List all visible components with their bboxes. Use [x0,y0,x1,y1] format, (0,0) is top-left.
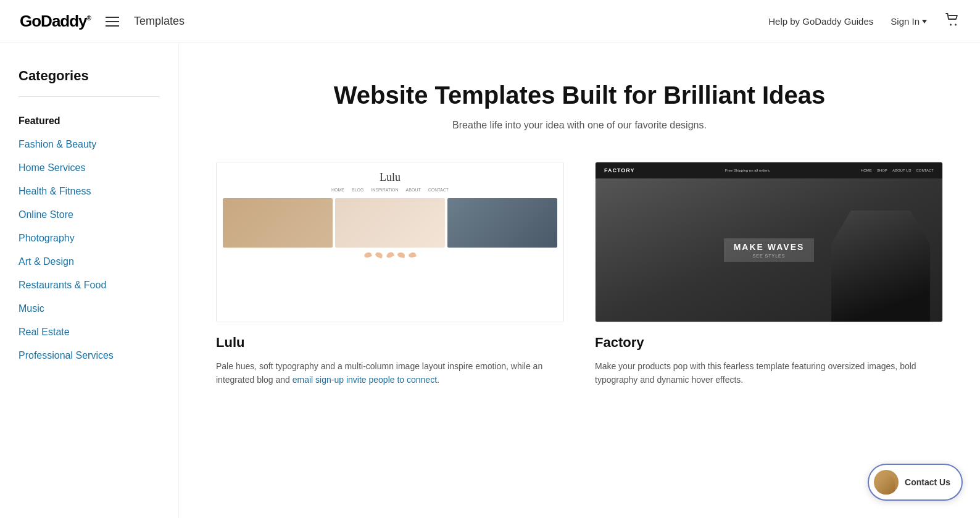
lulu-leaf-2 [375,251,383,259]
contact-avatar [874,470,899,495]
page-layout: Categories Featured Fashion & Beauty Hom… [0,43,980,518]
factory-mockup: FACTORY Free Shipping on all orders. HOM… [596,162,942,322]
chevron-down-icon [922,20,927,23]
lulu-mock-nav: HOMEBLOGINSPIRATIONABOUTCONTACT [331,188,449,192]
factory-cta-sub: SEE STYLES [734,254,805,258]
sidebar-item-health-fitness[interactable]: Health & Fitness [19,180,160,203]
sidebar-item-restaurants-food[interactable]: Restaurants & Food [19,274,160,297]
factory-thumbnail[interactable]: FACTORY Free Shipping on all orders. HOM… [595,162,943,322]
signin-label: Sign In [891,16,920,27]
hamburger-menu[interactable] [103,14,122,29]
lulu-template-name: Lulu [216,335,564,351]
contact-avatar-figure [878,475,895,495]
factory-header-bar: FACTORY Free Shipping on all orders. HOM… [596,162,942,178]
sidebar-item-music[interactable]: Music [19,297,160,320]
factory-template-desc: Make your products pop with this fearles… [595,359,943,387]
site-header: GoDaddy® Templates Help by GoDaddy Guide… [0,0,980,43]
sidebar-item-art-design[interactable]: Art & Design [19,250,160,274]
factory-mock-logo: FACTORY [604,167,635,173]
sidebar-item-real-estate[interactable]: Real Estate [19,320,160,344]
lulu-leaf-3 [386,251,394,259]
lulu-img-3 [447,198,557,248]
factory-template-name: Factory [595,335,943,351]
lulu-leaf-5 [408,252,417,259]
svg-point-0 [950,24,952,26]
lulu-leaf-4 [397,252,405,258]
lulu-img-1 [223,198,333,248]
sidebar: Categories Featured Fashion & Beauty Hom… [0,43,179,518]
factory-mock-nav: HOMESHOPABOUT USCONTACT [861,169,934,172]
template-grid: Lulu HOMEBLOGINSPIRATIONABOUTCONTACT [216,162,943,387]
hero-section: Website Templates Built for Brilliant Id… [216,80,943,131]
sidebar-item-featured[interactable]: Featured [19,109,160,133]
nav-templates-label[interactable]: Templates [134,15,185,28]
sidebar-divider [19,96,160,97]
factory-cta-text: MAKE WAVES [734,242,805,252]
lulu-img-2 [335,198,445,248]
contact-us-button[interactable]: Contact Us [868,464,963,501]
lulu-thumbnail[interactable]: Lulu HOMEBLOGINSPIRATIONABOUTCONTACT [216,162,564,322]
contact-us-label: Contact Us [905,477,950,487]
lulu-mock-images [223,198,557,248]
godaddy-logo[interactable]: GoDaddy® [20,12,91,31]
sidebar-title: Categories [19,68,160,84]
factory-hero-area: MAKE WAVES SEE STYLES [596,178,942,322]
lulu-template-desc: Pale hues, soft typography and a multi-c… [216,359,564,387]
help-link[interactable]: Help by GoDaddy Guides [768,16,873,27]
lulu-mock-logo: Lulu [380,171,401,184]
factory-cta-box: MAKE WAVES SEE STYLES [724,238,815,262]
cart-icon[interactable] [944,12,960,31]
lulu-footer-decor [364,253,416,257]
sidebar-item-photography[interactable]: Photography [19,227,160,250]
sidebar-item-fashion-beauty[interactable]: Fashion & Beauty [19,133,160,156]
lulu-leaf-1 [363,251,372,259]
factory-shoe-graphic [831,211,930,322]
template-card-factory: FACTORY Free Shipping on all orders. HOM… [595,162,943,387]
header-left: GoDaddy® Templates [20,12,185,31]
hero-subtitle: Breathe life into your idea with one of … [216,120,943,131]
sidebar-item-home-services[interactable]: Home Services [19,156,160,180]
template-card-lulu: Lulu HOMEBLOGINSPIRATIONABOUTCONTACT [216,162,564,387]
signin-dropdown[interactable]: Sign In [891,16,927,27]
svg-point-1 [955,24,957,26]
main-content: Website Templates Built for Brilliant Id… [179,43,980,518]
page-title: Website Templates Built for Brilliant Id… [216,80,943,110]
lulu-mockup: Lulu HOMEBLOGINSPIRATIONABOUTCONTACT [217,162,563,322]
sidebar-item-professional-services[interactable]: Professional Services [19,344,160,367]
header-right: Help by GoDaddy Guides Sign In [768,12,960,31]
factory-promo: Free Shipping on all orders. [725,169,771,172]
sidebar-item-online-store[interactable]: Online Store [19,203,160,227]
